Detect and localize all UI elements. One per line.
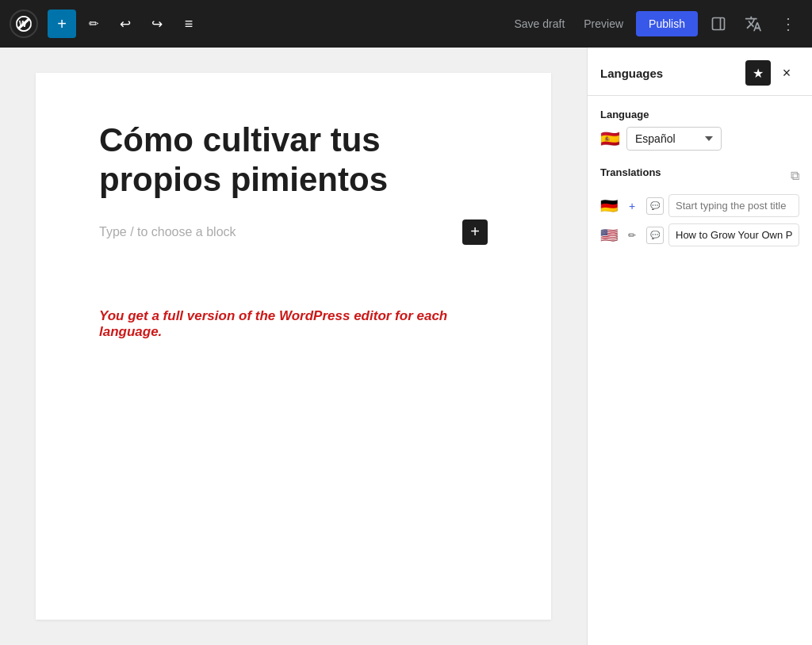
post-title[interactable]: Cómo cultivar tus propios pimientos <box>99 120 488 200</box>
editor-content: Cómo cultivar tus propios pimientos Type… <box>36 73 551 620</box>
sidebar-title: Languages <box>600 67 663 80</box>
sidebar-header: Languages ★ × <box>588 48 812 96</box>
language-field-label: Language <box>600 109 799 120</box>
add-block-plus-icon: + <box>470 223 480 241</box>
add-block-button[interactable]: + <box>48 10 76 38</box>
language-select[interactable]: Español Deutsch English <box>626 127 722 151</box>
more-options-button[interactable]: ⋮ <box>774 10 802 38</box>
copy-icon[interactable]: ⧉ <box>791 169 799 183</box>
translate-icon-button[interactable] <box>739 10 768 38</box>
translation-row-en: 🇺🇸 ✏ 💬 <box>600 223 799 246</box>
svg-text:W: W <box>19 20 27 29</box>
chat-bubble-de-icon: 💬 <box>650 201 660 210</box>
add-translation-de-button[interactable]: + <box>622 197 642 216</box>
edit-en-icon: ✏ <box>628 230 636 241</box>
translation-chat-en-icon[interactable]: 💬 <box>646 227 664 244</box>
main-toolbar: W + ✏ ↩ ↪ ≡ Save draft Preview Publish <box>0 0 812 48</box>
list-view-button[interactable]: ≡ <box>174 10 203 38</box>
wordpress-logo[interactable]: W <box>10 10 38 38</box>
editor-canvas: Cómo cultivar tus propios pimientos Type… <box>0 48 587 645</box>
featured-text: You get a full version of the WordPress … <box>99 308 488 340</box>
redo-button[interactable]: ↪ <box>143 10 171 38</box>
svg-rect-2 <box>713 18 725 30</box>
undo-button[interactable]: ↩ <box>111 10 140 38</box>
add-block-inline-button[interactable]: + <box>462 219 488 245</box>
preview-button[interactable]: Preview <box>577 13 630 35</box>
languages-sidebar: Languages ★ × Language 🇪🇸 Español Deutsc… <box>587 48 812 645</box>
sidebar-toggle-button[interactable] <box>704 10 733 38</box>
translations-label: Translations <box>600 166 661 178</box>
plus-icon: + <box>57 15 67 33</box>
chat-bubble-en-icon: 💬 <box>650 231 660 239</box>
publish-button[interactable]: Publish <box>636 11 698 36</box>
translation-row-de: 🇩🇪 + 💬 <box>600 194 799 217</box>
spanish-flag-icon: 🇪🇸 <box>600 129 620 148</box>
undo-icon: ↩ <box>120 16 131 32</box>
add-de-icon: + <box>629 200 635 212</box>
translation-input-de[interactable] <box>668 194 799 217</box>
dots-icon: ⋮ <box>780 16 796 32</box>
close-icon: × <box>783 65 791 82</box>
redo-icon: ↪ <box>151 16 163 32</box>
edit-translation-en-button[interactable]: ✏ <box>622 226 642 245</box>
main-layout: Cómo cultivar tus propios pimientos Type… <box>0 48 812 645</box>
translation-chat-de-icon[interactable]: 💬 <box>646 197 664 215</box>
sidebar-body: Language 🇪🇸 Español Deutsch English Tran… <box>588 96 812 265</box>
block-placeholder-text[interactable]: Type / to choose a block <box>99 225 236 239</box>
toolbar-right: Save draft Preview Publish ⋮ <box>508 10 802 38</box>
block-placeholder-row: Type / to choose a block + <box>99 219 488 245</box>
language-selector: 🇪🇸 Español Deutsch English <box>600 127 799 151</box>
tools-button[interactable]: ✏ <box>79 10 108 38</box>
star-icon: ★ <box>753 66 764 81</box>
favorite-button[interactable]: ★ <box>745 60 771 86</box>
save-draft-button[interactable]: Save draft <box>508 13 571 35</box>
translations-header: Translations ⧉ <box>600 166 799 185</box>
us-flag-icon: 🇺🇸 <box>600 227 618 244</box>
pencil-icon: ✏ <box>89 17 99 31</box>
translation-input-en[interactable] <box>668 223 799 246</box>
german-flag-icon: 🇩🇪 <box>600 197 618 215</box>
list-icon: ≡ <box>185 16 193 32</box>
close-sidebar-button[interactable]: × <box>774 60 799 86</box>
sidebar-header-actions: ★ × <box>745 60 799 86</box>
